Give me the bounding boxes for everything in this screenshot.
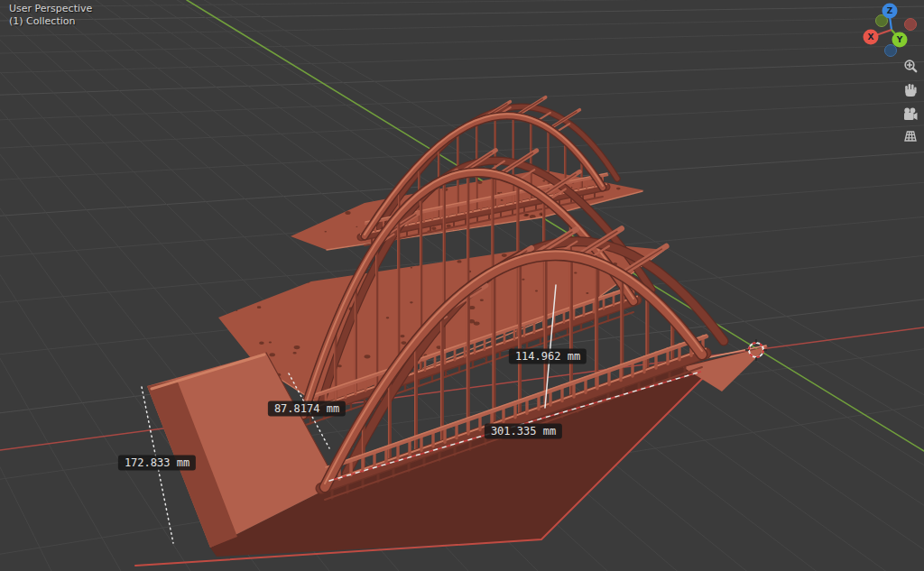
viewport-canvas[interactable]: Z X Y: [0, 0, 924, 571]
scene-3d-model: [0, 0, 924, 571]
grid-ortho-icon[interactable]: [905, 132, 916, 141]
view-perspective-label: User Perspective: [9, 3, 92, 15]
hand-icon[interactable]: [905, 84, 916, 97]
gizmo-x-label: X: [868, 32, 874, 41]
active-collection-label: (1) Collection: [9, 15, 76, 28]
measurement-arch-height: 114.962 mm: [509, 349, 587, 364]
camera-view-icon[interactable]: [904, 108, 918, 120]
gizmo-neg-z-ball[interactable]: [885, 45, 897, 57]
gizmo-neg-x-ball[interactable]: [905, 19, 917, 31]
gizmo-y-ball[interactable]: Y: [892, 32, 908, 48]
measurement-overall-width: 172.833 mm: [118, 456, 196, 471]
measurement-span-length: 301.335 mm: [485, 424, 562, 439]
measurement-ramp-height: 87.8174 mm: [268, 401, 346, 417]
blender-3d-viewport[interactable]: Z X Y: [0, 0, 924, 571]
gizmo-z-ball[interactable]: Z: [882, 4, 898, 19]
navigation-gizmo[interactable]: Z X Y: [864, 4, 917, 57]
gizmo-z-label: Z: [887, 6, 893, 15]
gizmo-y-label: Y: [896, 35, 903, 44]
gizmo-x-ball[interactable]: X: [864, 30, 879, 45]
